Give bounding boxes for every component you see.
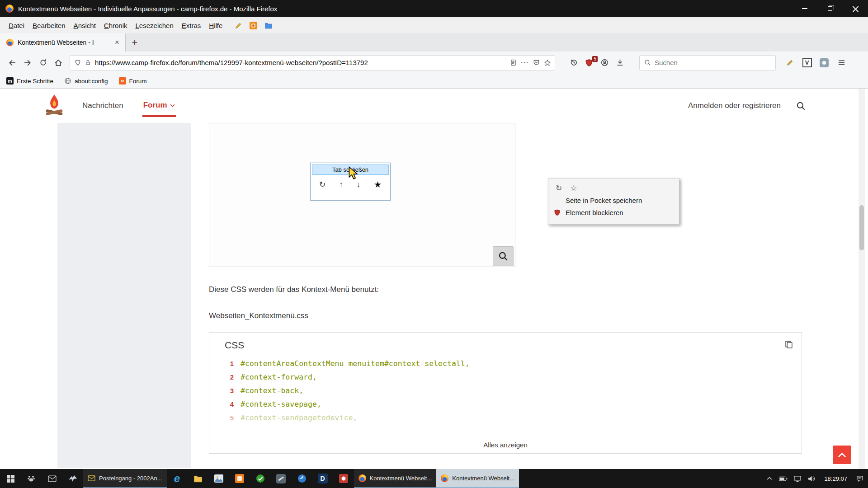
chevron-up-icon [838, 452, 846, 458]
taskbar-task-mail[interactable]: Posteingang - 2002An... [83, 469, 167, 488]
url-bar[interactable]: https://www.camp-firefox.de/forum/thema/… [70, 55, 555, 70]
bookmark-label: about:config [75, 78, 108, 84]
pinned-app-orange-button[interactable] [229, 469, 250, 488]
close-button[interactable] [843, 0, 868, 17]
lock-icon[interactable] [85, 59, 91, 66]
post-screenshot-context-menu-fragment[interactable]: Seite in Pocket speichern Element blocki… [548, 178, 679, 225]
menu-item-chronik[interactable]: Chronik [100, 19, 132, 32]
search-bar[interactable] [639, 55, 776, 70]
reader-mode-icon[interactable] [510, 59, 517, 66]
pinned-app-bird-button[interactable] [62, 469, 83, 488]
windows-taskbar: Posteingang - 2002An... Kontextmenü Webs… [0, 469, 868, 488]
search-input[interactable] [655, 59, 771, 66]
tab-close-icon[interactable] [113, 38, 122, 47]
navigation-toolbar: https://www.camp-firefox.de/forum/thema/… [0, 52, 868, 74]
pinned-app-antivirus-button[interactable] [250, 469, 271, 488]
reload-button[interactable] [35, 56, 51, 70]
tray-chevron-up-icon[interactable] [766, 476, 773, 481]
pinned-app-mail-button[interactable] [42, 469, 62, 488]
tracking-protection-shield-icon[interactable] [75, 59, 81, 66]
pinned-app-explorer-button[interactable] [188, 469, 208, 488]
download-icon [616, 59, 624, 66]
firefox-logo-icon [5, 5, 14, 13]
close-icon [852, 5, 859, 12]
reload-icon [39, 59, 47, 66]
taskbar-clock[interactable]: 18:29:07 [821, 475, 850, 482]
network-icon[interactable] [794, 475, 801, 482]
folder-icon [193, 475, 203, 483]
menu-item-hilfe[interactable]: Hilfe [205, 19, 226, 32]
photos-icon [214, 474, 223, 483]
note-pencil-icon[interactable] [235, 22, 242, 29]
action-center-icon[interactable] [856, 475, 863, 482]
pocket-icon[interactable] [533, 59, 540, 66]
history-button[interactable] [566, 56, 581, 70]
account-button[interactable] [597, 56, 612, 70]
menu-item-extras[interactable]: Extras [178, 19, 205, 32]
battery-icon[interactable] [779, 476, 788, 481]
window-titlebar: Kontextmenü Webseiten - Individuelle Anp… [0, 0, 868, 17]
internet-explorer-icon [174, 473, 180, 484]
thunderbird-icon [297, 474, 307, 483]
taskbar-task-firefox-2-active[interactable]: Kontextmenü Webseit... [436, 469, 519, 488]
blue-folder-icon[interactable] [264, 22, 273, 29]
pinned-app-paw-button[interactable] [21, 469, 42, 488]
bookmark-erste-schritte[interactable]: m Erste Schritte [6, 77, 53, 84]
taskbar-task-firefox-1[interactable]: Kontextmenü Webseit... [354, 469, 437, 488]
page-actions-icon[interactable] [521, 59, 529, 66]
home-button[interactable] [51, 56, 66, 70]
menu-item-bearbeiten[interactable]: Bearbeiten [28, 19, 70, 32]
code-line: 3 #context-back, [225, 384, 793, 398]
pinned-app-d-button[interactable] [312, 469, 333, 488]
task-label: Kontextmenü Webseit... [452, 475, 514, 482]
screenshot-arrow-down-icon [357, 180, 361, 189]
forward-button[interactable] [20, 56, 35, 70]
image-zoom-button[interactable] [493, 246, 514, 266]
compose-note-button[interactable] [782, 56, 797, 70]
globe-favicon-icon [64, 77, 71, 84]
back-button[interactable] [5, 56, 20, 70]
orange-addon-icon[interactable] [250, 22, 257, 29]
minimize-button[interactable] [792, 0, 817, 17]
menu-item-ansicht[interactable]: Ansicht [70, 19, 100, 32]
pinned-app-photos-button[interactable] [208, 469, 229, 488]
url-text[interactable]: https://www.camp-firefox.de/forum/thema/… [95, 59, 506, 66]
camp-firefox-favicon-icon: f-f [119, 77, 126, 84]
show-all-button[interactable]: Alles anzeigen [209, 441, 802, 449]
scrollbar-thumb[interactable] [859, 205, 864, 250]
app-menu-button[interactable] [834, 56, 849, 70]
copy-code-button[interactable] [784, 340, 793, 349]
menu-item-lesezeichen[interactable]: Lesezeichen [132, 19, 178, 32]
eagle-icon [68, 475, 77, 482]
v-extension-icon [802, 58, 812, 67]
page-scrollbar[interactable] [859, 89, 865, 469]
fragment-star-icon [570, 183, 577, 193]
pinned-app-dark-button[interactable] [271, 469, 292, 488]
pinned-app-thunderbird-button[interactable] [292, 469, 312, 488]
ublock-small-icon [554, 209, 561, 216]
tab-active[interactable]: Kontextmenü Webseiten - I [0, 33, 126, 52]
pinned-app-ie-button[interactable] [167, 469, 188, 488]
login-link[interactable]: Anmelden oder registrieren [688, 101, 781, 110]
menu-item-datei[interactable]: Datei [5, 19, 28, 32]
site-nav-nachrichten[interactable]: Nachrichten [82, 101, 123, 110]
campfire-logo-icon[interactable] [44, 94, 64, 118]
bookmark-forum[interactable]: f-f Forum [119, 77, 147, 84]
site-search-icon[interactable] [796, 101, 806, 111]
speaker-icon[interactable] [807, 475, 815, 482]
new-tab-button[interactable] [126, 33, 144, 52]
gray-extension-button[interactable] [816, 56, 832, 70]
tab-favicon-icon [6, 39, 14, 46]
violentmonkey-extension-button[interactable] [799, 56, 815, 70]
gray-app-icon [276, 474, 286, 483]
site-nav-forum[interactable]: Forum [143, 101, 175, 111]
bookmark-star-icon[interactable] [544, 59, 551, 66]
pinned-app-red-button[interactable] [333, 469, 354, 488]
scroll-to-top-button[interactable] [833, 446, 851, 464]
system-tray: 18:29:07 [766, 469, 868, 488]
bookmark-about-config[interactable]: about:config [64, 77, 108, 84]
ublock-button[interactable]: 5 [581, 56, 597, 70]
downloads-button[interactable] [612, 56, 627, 70]
restore-button[interactable] [817, 0, 843, 17]
start-button[interactable] [0, 469, 21, 488]
